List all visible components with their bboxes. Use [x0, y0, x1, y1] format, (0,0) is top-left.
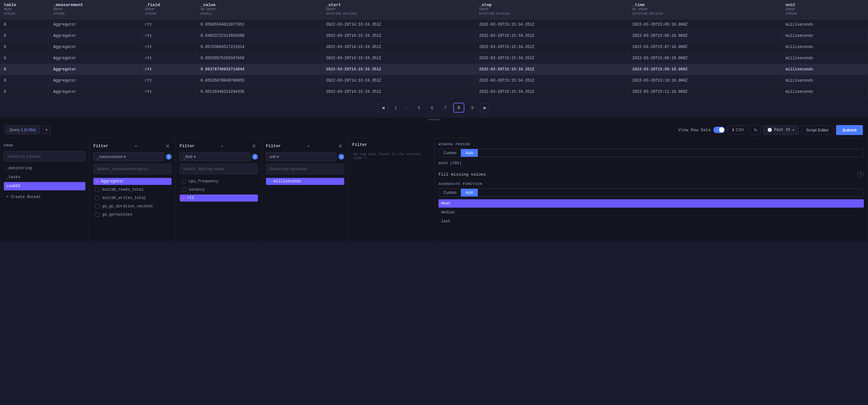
filter1-search-input[interactable] — [93, 164, 172, 174]
table-cell: rtt — [141, 75, 196, 86]
filter2-panel: Filter ▾ ✕ _field 1 cpu_frequency latenc… — [176, 139, 262, 241]
filter3-dropdown-label: unit — [270, 154, 276, 159]
filter3-close-button[interactable]: ✕ — [336, 142, 344, 150]
help-button[interactable]: ? — [858, 171, 864, 178]
col-measurement: _measurement GROUP STRING — [49, 0, 141, 19]
agg-last[interactable]: last — [438, 217, 864, 226]
filter3-value-milliseconds[interactable]: milliseconds — [266, 178, 344, 185]
agg-mean[interactable]: mean — [438, 199, 864, 208]
filter3-dropdown[interactable]: unit — [266, 152, 337, 161]
filter1-value-aggregator[interactable]: Aggregator — [93, 178, 172, 185]
filter3-badge: 1 — [338, 154, 344, 160]
filter2-value-latency[interactable]: latency — [180, 186, 258, 193]
table-cell: milliseconds — [781, 30, 868, 41]
filter2-value-rtt[interactable]: rtt — [180, 195, 258, 202]
filter1-panel: Filter ▾ ✕ _measurement 1 Aggregator bol… — [90, 139, 176, 241]
filter1-value-boltdb-reads[interactable]: boltdb_reads_total — [93, 186, 172, 193]
filter1-values: Aggregator boltdb_reads_total boltdb_wri… — [93, 178, 172, 218]
filter1-badge: 1 — [166, 154, 172, 160]
filter1-chevron-icon: ▾ — [134, 144, 137, 149]
bucket-cse603[interactable]: cse603 — [4, 182, 85, 190]
submit-button[interactable]: Submit — [836, 125, 863, 135]
page-1-button[interactable]: 1 — [391, 103, 401, 112]
prev-page-button[interactable]: ◀ — [378, 103, 388, 112]
filter1-value-boltdb-writes[interactable]: boltdb_writes_total — [93, 195, 172, 202]
window-custom-auto-toggle: Custom Auto — [438, 149, 864, 157]
view-raw-label: View Raw Data — [678, 128, 710, 133]
filter3-search-input[interactable] — [266, 164, 344, 174]
table-cell: rtt — [141, 64, 196, 75]
filter2-value-cpu[interactable]: cpu_frequency — [180, 178, 258, 185]
download-icon: ⬇ — [732, 128, 735, 132]
table-cell: Aggregator — [49, 64, 141, 75]
filter1-value-goroutines[interactable]: go_goroutines — [93, 211, 172, 218]
filter3-values: milliseconds — [266, 178, 344, 185]
time-picker[interactable]: 🕐 Past 1h — [763, 125, 799, 135]
refresh-button[interactable]: ↻ — [750, 125, 761, 135]
agg-auto-button[interactable]: Auto — [461, 189, 478, 196]
bucket-tasks[interactable]: _tasks — [4, 173, 85, 181]
script-editor-button[interactable]: Script Editor — [801, 125, 834, 135]
table-cell: rtt — [141, 19, 196, 30]
filter1-dropdown[interactable]: _measurement — [93, 152, 164, 161]
table-cell: 0.05685544013977051 — [196, 19, 322, 30]
table-cell: 0 — [0, 75, 49, 86]
bucket-search-input[interactable] — [4, 151, 85, 162]
table-cell: 2022-03-28T14:15:34.351Z — [322, 19, 475, 30]
agg-median[interactable]: median — [438, 208, 864, 216]
table-cell: 2022-03-28T14:15:34.351Z — [322, 41, 475, 53]
filter1-value-gc-duration[interactable]: go_gc_duration_seconds — [93, 203, 172, 210]
no-tag-message: No tag keys found in the current time r.… — [352, 150, 431, 163]
window-auto-button[interactable]: Auto — [461, 149, 478, 157]
table-cell: 0.05535078048706055 — [196, 75, 322, 86]
filter1-value-label-boltdb-reads: boltdb_reads_total — [102, 187, 144, 192]
filter2-label: Filter — [180, 144, 195, 148]
page-7-button[interactable]: 7 — [440, 103, 451, 112]
checkbox-icon — [95, 204, 100, 209]
next-page-button[interactable]: ▶ — [480, 103, 490, 112]
create-bucket-link[interactable]: + Create Bucket — [4, 193, 85, 201]
table-section: table MEAN STRING _measurement GROUP STR… — [0, 0, 868, 118]
page-9-button[interactable]: 9 — [467, 103, 477, 112]
filter1-value-label-boltdb-writes: boltdb_writes_total — [102, 196, 146, 200]
add-query-button[interactable]: + — [42, 126, 50, 134]
table-row: 0Aggregatorrtt0.055505752563476562022-03… — [0, 53, 868, 64]
table-cell: 2022-03-28T15:09:10.000Z — [628, 64, 781, 75]
bucket-monitoring[interactable]: _monitoring — [4, 164, 85, 172]
col-unit: unit GROUP STRING — [781, 0, 868, 19]
table-cell: 0.04833722114562988 — [196, 30, 322, 41]
filter1-header: Filter ▾ ✕ — [93, 142, 172, 150]
agg-custom-button[interactable]: Custom — [439, 189, 461, 196]
window-custom-button[interactable]: Custom — [439, 149, 461, 157]
dot-icon — [95, 180, 98, 183]
table-cell: 0 — [0, 86, 49, 97]
dot-icon — [268, 180, 271, 183]
page-5-button[interactable]: 5 — [413, 103, 424, 112]
filter2-close-button[interactable]: ✕ — [250, 142, 258, 150]
csv-button[interactable]: ⬇ CSV — [727, 125, 748, 134]
filter3-chevron-down-icon — [277, 154, 279, 159]
filter1-dropdown-label: _measurement — [97, 154, 122, 159]
filter2-dropdown-label: _field — [183, 154, 192, 159]
table-row: 0Aggregatorrtt0.063787460327148442022-03… — [0, 64, 868, 75]
query-bar: Query 1 (0.09s) + View Raw Data ⬇ CSV ↻ … — [0, 121, 868, 139]
query-tab[interactable]: Query 1 (0.09s) — [5, 125, 40, 134]
filter1-close-button[interactable]: ✕ — [164, 142, 172, 150]
toggle-track[interactable] — [713, 127, 725, 133]
col-value: _value NO GROUP DOUBLE — [196, 0, 322, 19]
view-raw-toggle[interactable] — [713, 127, 725, 133]
table-cell: Aggregator — [49, 53, 141, 64]
builder-section: FROM _monitoring _tasks cse603 + Create … — [0, 139, 868, 241]
page-6-button[interactable]: 6 — [427, 103, 437, 112]
from-label: FROM — [4, 142, 85, 149]
filter3-panel: Filter ▾ ✕ unit 1 milliseconds — [262, 139, 348, 241]
table-cell: 0 — [0, 53, 49, 64]
table-cell: 2022-03-28T15:07:10.000Z — [628, 41, 781, 53]
table-row: 0Aggregatorrtt0.055350780487060552022-03… — [0, 75, 868, 86]
page-8-button[interactable]: 8 — [453, 103, 464, 113]
filter2-badge: 1 — [252, 154, 258, 160]
drag-handle[interactable] — [0, 118, 868, 121]
filter2-dropdown[interactable]: _field — [180, 152, 250, 161]
filter2-search-input[interactable] — [180, 164, 258, 174]
filter3-chevron-icon: ▾ — [307, 144, 310, 149]
